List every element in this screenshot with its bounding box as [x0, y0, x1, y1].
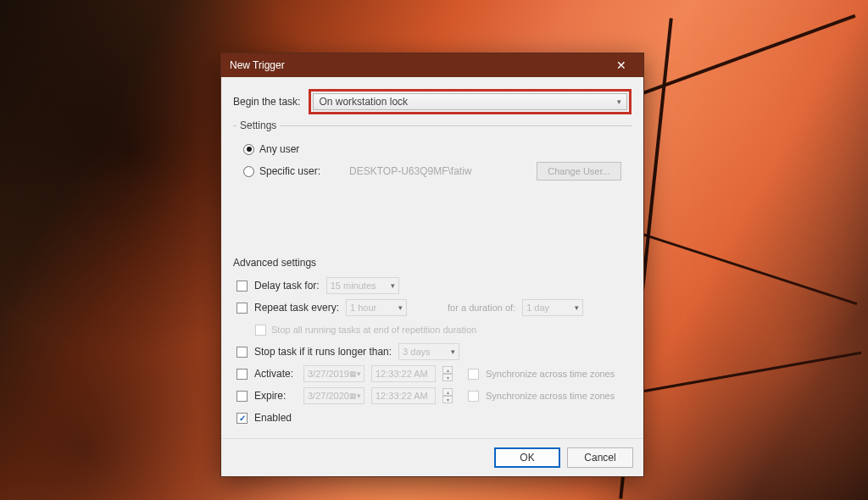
change-user-button[interactable]: Change User...	[537, 162, 621, 181]
expire-label: Expire:	[254, 390, 297, 402]
specific-user-label: Specific user:	[259, 165, 320, 177]
duration-label: for a duration of:	[448, 303, 515, 313]
expire-date-field[interactable]: 3/27/2020 ▦▾	[303, 387, 364, 404]
activate-checkbox[interactable]	[236, 369, 248, 380]
calendar-icon: ▦▾	[349, 392, 361, 400]
expire-time-spinner[interactable]: ▴▾	[442, 388, 453, 403]
begin-task-value: On workstation lock	[319, 96, 408, 108]
stop-if-dropdown[interactable]: 3 days ▾	[398, 343, 459, 360]
stop-if-checkbox[interactable]	[236, 347, 248, 358]
activate-time-spinner[interactable]: ▴▾	[442, 366, 453, 381]
chevron-down-icon: ▾	[617, 97, 621, 106]
activate-sync-label: Synchronize across time zones	[486, 369, 615, 379]
delay-task-checkbox[interactable]	[236, 281, 248, 292]
settings-group: Settings Any user Specific user: DESKTOP…	[233, 119, 632, 187]
close-icon: ✕	[616, 58, 626, 72]
chevron-down-icon: ▾	[391, 281, 395, 290]
begin-task-highlight: On workstation lock ▾	[309, 89, 632, 114]
cancel-button[interactable]: Cancel	[567, 447, 633, 468]
stop-all-checkbox	[255, 325, 266, 336]
chevron-down-icon: ▾	[575, 303, 579, 312]
repeat-task-dropdown[interactable]: 1 hour ▾	[346, 299, 407, 316]
stop-if-label: Stop task if it runs longer than:	[254, 346, 392, 358]
expire-checkbox[interactable]	[236, 391, 248, 402]
delay-task-dropdown[interactable]: 15 minutes ▾	[326, 277, 399, 294]
expire-sync-checkbox	[468, 391, 479, 402]
delay-task-label: Delay task for:	[254, 280, 320, 292]
calendar-icon: ▦▾	[349, 369, 361, 378]
activate-label: Activate:	[254, 368, 297, 380]
any-user-label: Any user	[259, 143, 299, 155]
titlebar[interactable]: New Trigger ✕	[221, 53, 643, 77]
activate-date-field[interactable]: 3/27/2019 ▦▾	[303, 365, 364, 382]
any-user-radio[interactable]	[243, 144, 254, 155]
settings-legend: Settings	[236, 119, 280, 131]
dialog-title: New Trigger	[230, 59, 604, 71]
expire-time-field[interactable]: 12:33:22 AM	[371, 387, 436, 404]
enabled-checkbox[interactable]	[236, 413, 248, 424]
new-trigger-dialog: New Trigger ✕ Begin the task: On worksta…	[220, 53, 644, 477]
repeat-task-checkbox[interactable]	[236, 303, 248, 314]
stop-all-label: Stop all running tasks at end of repetit…	[271, 325, 476, 335]
activate-time-field[interactable]: 12:33:22 AM	[371, 365, 436, 382]
chevron-down-icon: ▾	[451, 347, 455, 356]
begin-task-dropdown[interactable]: On workstation lock ▾	[313, 93, 627, 110]
begin-task-label: Begin the task:	[233, 96, 300, 108]
specific-user-value: DESKTOP-U63Q9MF\fatiw	[349, 165, 471, 177]
duration-dropdown[interactable]: 1 day ▾	[522, 299, 583, 316]
advanced-settings-heading: Advanced settings	[233, 257, 632, 269]
activate-sync-checkbox	[468, 369, 479, 380]
repeat-task-label: Repeat task every:	[254, 302, 339, 314]
expire-sync-label: Synchronize across time zones	[486, 391, 615, 401]
chevron-down-icon: ▾	[398, 303, 403, 312]
close-button[interactable]: ✕	[604, 56, 638, 75]
ok-button[interactable]: OK	[494, 447, 560, 468]
enabled-label: Enabled	[254, 412, 292, 424]
specific-user-radio[interactable]	[243, 166, 254, 177]
